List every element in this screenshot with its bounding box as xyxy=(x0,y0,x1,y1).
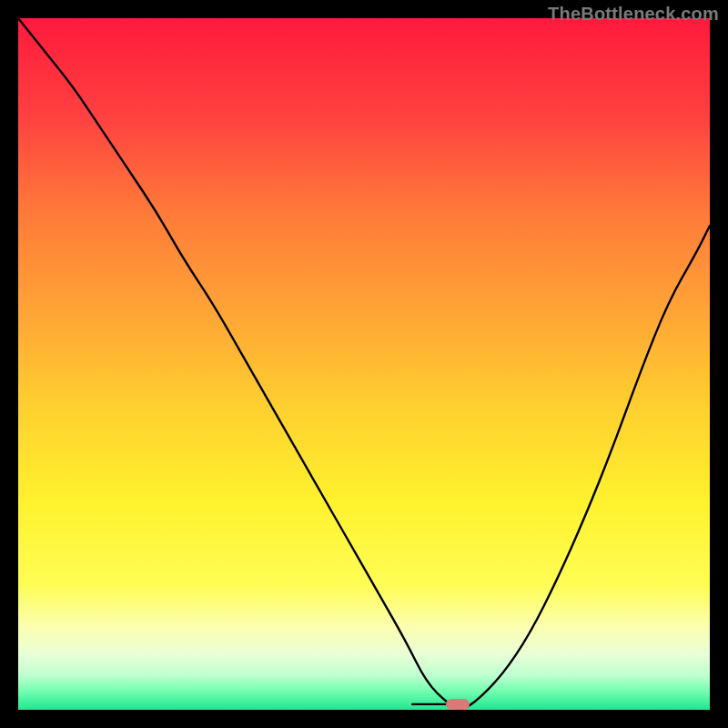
chart-stage: TheBottleneck.com xyxy=(0,0,728,728)
background-gradient xyxy=(18,18,710,710)
plot-area xyxy=(18,18,710,710)
watermark-text: TheBottleneck.com xyxy=(548,4,719,25)
optimal-marker xyxy=(446,699,470,710)
